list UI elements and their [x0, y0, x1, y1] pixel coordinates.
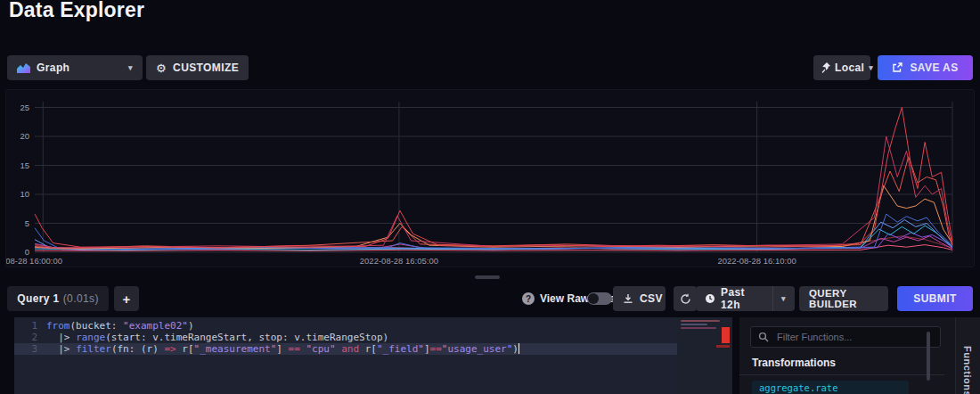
- minimap-error-underline: [716, 345, 730, 348]
- refresh-button[interactable]: [674, 286, 697, 311]
- refresh-icon: [680, 293, 691, 305]
- query-tab[interactable]: Query 1 (0.01s): [7, 286, 109, 311]
- chevron-down-icon: ▾: [772, 286, 786, 311]
- minimap-code-mark: [681, 324, 707, 325]
- line-number: 1: [14, 320, 46, 332]
- line-number: 2: [14, 332, 46, 343]
- function-item[interactable]: aggregate.rate: [752, 381, 909, 394]
- add-query-button[interactable]: +: [114, 286, 139, 311]
- query-builder-button[interactable]: QUERY BUILDER: [799, 286, 888, 311]
- time-range-dropdown[interactable]: Past 12h ▾: [696, 286, 795, 311]
- code-line: 3 |> filter(fn: (r) => r["_measurement"]…: [14, 343, 732, 355]
- pane-resize-handle[interactable]: [475, 275, 500, 279]
- query-duration: (0.01s): [63, 292, 99, 305]
- flux-code-editor[interactable]: 1from(bucket: "example02")2 |> range(sta…: [14, 317, 732, 394]
- filter-functions-searchbox[interactable]: [750, 326, 941, 348]
- chevron-down-icon: ▾: [128, 64, 133, 72]
- svg-text:2022-08-28 16:10:00: 2022-08-28 16:10:00: [718, 256, 796, 266]
- svg-text:20: 20: [20, 131, 29, 141]
- text-cursor: [519, 343, 520, 354]
- svg-text:15: 15: [20, 160, 29, 170]
- minimap-error-marker: [722, 327, 730, 343]
- help-icon[interactable]: ?: [522, 292, 535, 305]
- svg-text:25: 25: [20, 103, 29, 112]
- svg-text:5: 5: [25, 218, 29, 228]
- functions-section-title: Transformations: [752, 357, 836, 369]
- csv-label: CSV: [640, 292, 663, 305]
- code-line: 1from(bucket: "example02"): [14, 320, 732, 332]
- search-icon: [758, 332, 769, 342]
- customize-label: CUSTOMIZE: [173, 62, 239, 74]
- functions-side-tab-label: Functions: [962, 346, 973, 394]
- view-type-dropdown[interactable]: Graph ▾: [7, 55, 143, 80]
- functions-scrollbar[interactable]: [927, 332, 930, 381]
- pin-icon: [821, 62, 830, 73]
- query-tab-name: Query 1: [17, 292, 60, 305]
- filter-functions-input[interactable]: [775, 331, 912, 343]
- editor-minimap[interactable]: [677, 317, 732, 394]
- csv-button[interactable]: CSV: [613, 286, 666, 311]
- view-type-label: Graph: [37, 62, 69, 74]
- chevron-down-icon: ▾: [869, 64, 873, 72]
- area-chart-icon: [17, 62, 30, 73]
- local-dropdown[interactable]: Local ▾: [813, 55, 870, 80]
- gear-icon: ⚙: [156, 62, 167, 75]
- svg-text:-08-28 16:00:00: -08-28 16:00:00: [6, 256, 62, 266]
- chart-panel: 0510152025-08-28 16:00:002022-08-28 16:0…: [5, 89, 975, 267]
- view-raw-data-toggle[interactable]: [587, 292, 612, 305]
- functions-panel: Transformations aggregate.rate: [739, 317, 955, 394]
- local-label: Local: [835, 62, 864, 74]
- download-icon: [623, 293, 633, 304]
- time-series-chart[interactable]: 0510152025-08-28 16:00:002022-08-28 16:0…: [6, 90, 974, 267]
- code-line: 2 |> range(start: v.timeRangeStart, stop…: [14, 332, 732, 343]
- divider: [739, 374, 944, 375]
- page-title: Data Explorer: [9, 0, 144, 22]
- line-number: 3: [14, 343, 46, 355]
- time-range-label: Past 12h: [721, 286, 767, 311]
- save-as-button[interactable]: SAVE AS: [878, 55, 973, 80]
- svg-text:10: 10: [20, 189, 29, 199]
- svg-text:2022-08-28 16:05:00: 2022-08-28 16:05:00: [360, 256, 438, 266]
- minimap-code-mark: [681, 320, 720, 322]
- customize-button[interactable]: ⚙ CUSTOMIZE: [146, 55, 249, 80]
- save-as-label: SAVE AS: [910, 62, 958, 74]
- clock-icon: [705, 293, 715, 304]
- export-icon: [892, 62, 902, 73]
- toggle-knob: [588, 293, 599, 304]
- submit-button[interactable]: SUBMIT: [897, 286, 973, 311]
- minimap-code-mark: [681, 327, 716, 329]
- functions-side-tab[interactable]: Functions: [955, 317, 980, 394]
